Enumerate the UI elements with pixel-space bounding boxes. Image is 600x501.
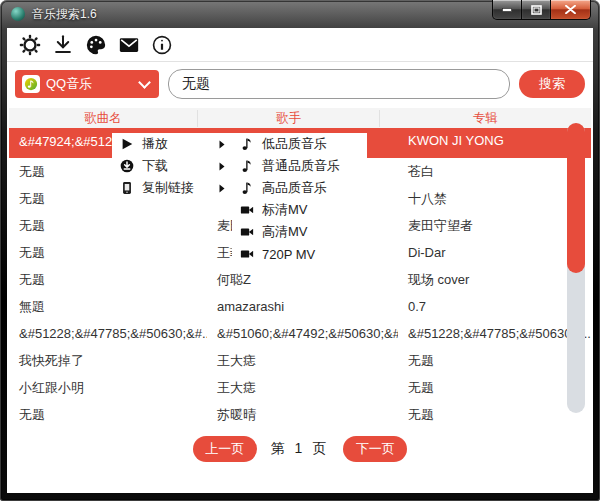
window-content: QQ音乐 搜索 歌曲名 歌手 专辑 &#47924;&#51228;(无题)(U… [7, 28, 593, 493]
artist-cell: 苏暖晴 [207, 406, 398, 424]
table-header: 歌曲名 歌手 专辑 [9, 108, 591, 128]
submenu-item-label: 高清MV [262, 223, 308, 241]
column-header-artist: 歌手 [197, 110, 380, 127]
album-cell: 无题 [398, 352, 591, 370]
app-icon [11, 7, 25, 21]
submenu-item-label: 720P MV [262, 247, 315, 262]
search-input[interactable] [168, 69, 510, 99]
music-note-icon [239, 137, 254, 152]
album-cell: &#51228;&#47785;&#50630;&... [398, 326, 591, 341]
copy-link-icon [119, 181, 134, 196]
song-name-cell: 无题 [9, 271, 207, 289]
chevron-down-icon [138, 76, 151, 89]
video-camera-icon [239, 247, 254, 262]
music-note-icon [239, 181, 254, 196]
scrollbar-track[interactable] [567, 123, 585, 413]
info-icon [151, 34, 173, 56]
column-header-song: 歌曲名 [9, 110, 197, 127]
song-name-cell: 我快死掉了 [9, 352, 207, 370]
search-button[interactable]: 搜索 [519, 70, 585, 98]
page-indicator: 第 1 页 [271, 440, 330, 458]
source-label: QQ音乐 [46, 75, 92, 93]
album-cell: 苍白 [398, 163, 591, 181]
submenu-item-sd-mv[interactable]: 标清MV [232, 199, 367, 221]
theme-button[interactable] [84, 33, 108, 57]
mail-icon [118, 34, 140, 56]
song-name-cell: 無題 [9, 298, 207, 316]
context-menu: 播放下载复制链接 [112, 133, 232, 199]
menu-item-copy-link[interactable]: 复制链接 [112, 177, 232, 199]
music-note-icon [239, 159, 254, 174]
album-cell: KWON JI YONG [398, 128, 591, 148]
search-bar: QQ音乐 搜索 [7, 62, 593, 104]
prev-page-button[interactable]: 上一页 [193, 436, 257, 462]
submenu-item-label: 高品质音乐 [262, 179, 327, 197]
toolbar [7, 28, 593, 62]
qq-music-icon [22, 75, 40, 93]
song-name-cell: 无题 [9, 244, 207, 262]
menu-item-label: 复制链接 [142, 179, 194, 197]
artist-cell: amazarashi [207, 299, 398, 314]
mail-button[interactable] [117, 33, 141, 57]
artist-cell: &#51060;&#47492;&#50630;&#... [207, 326, 398, 341]
submenu-arrow-icon [219, 140, 225, 149]
artist-cell: 何聪Z [207, 271, 398, 289]
scrollbar-thumb[interactable] [567, 123, 585, 273]
video-camera-icon [239, 225, 254, 240]
album-cell: 十八禁 [398, 190, 591, 208]
download-button[interactable] [51, 33, 75, 57]
palette-icon [85, 34, 107, 56]
table-row[interactable]: 小红跟小明王大痣无题 [9, 374, 591, 401]
song-name-cell: 无题 [9, 217, 207, 235]
app-window: 音乐搜索1.6 [0, 0, 600, 501]
column-header-album: 专辑 [380, 110, 591, 127]
video-camera-icon [239, 203, 254, 218]
caption-buttons [492, 0, 591, 20]
album-cell: 无题 [398, 406, 591, 424]
table-row[interactable]: 无题何聪Z现场 cover [9, 266, 591, 293]
submenu-item-720p-mv[interactable]: 720P MV [232, 243, 367, 265]
submenu-arrow-icon [219, 162, 225, 171]
submenu-item-normal-quality-music[interactable]: 普通品质音乐 [232, 155, 367, 177]
close-icon [565, 5, 576, 14]
next-page-button[interactable]: 下一页 [343, 436, 407, 462]
maximize-button[interactable] [522, 0, 550, 20]
table-row[interactable]: 我快死掉了王大痣无题 [9, 347, 591, 374]
download-icon [52, 34, 74, 56]
minimize-button[interactable] [492, 0, 522, 20]
menu-item-label: 播放 [142, 135, 168, 153]
album-cell: 麦田守望者 [398, 217, 591, 235]
pagination: 上一页 第 1 页 下一页 [7, 436, 593, 462]
table-row[interactable]: &#51228;&#47785;&#50630;&#...&#51060;&#4… [9, 320, 591, 347]
album-cell: 现场 cover [398, 271, 591, 289]
menu-item-download[interactable]: 下载 [112, 155, 232, 177]
about-button[interactable] [150, 33, 174, 57]
submenu-item-low-quality-music[interactable]: 低品质音乐 [232, 133, 367, 155]
submenu-item-high-quality-music[interactable]: 高品质音乐 [232, 177, 367, 199]
song-name-cell: 小红跟小明 [9, 379, 207, 397]
music-source-dropdown[interactable]: QQ音乐 [15, 70, 159, 98]
table-row[interactable]: 無題amazarashi0.7 [9, 293, 591, 320]
album-cell: 无题 [398, 379, 591, 397]
close-button[interactable] [550, 0, 591, 20]
table-row[interactable]: 无题苏暖晴无题 [9, 401, 591, 428]
maximize-icon [531, 5, 542, 15]
submenu-item-label: 低品质音乐 [262, 135, 327, 153]
menu-item-play[interactable]: 播放 [112, 133, 232, 155]
window-title: 音乐搜索1.6 [32, 6, 97, 23]
gear-icon [19, 34, 41, 56]
play-icon [119, 137, 134, 152]
menu-item-label: 下载 [142, 157, 168, 175]
submenu-item-hd-mv[interactable]: 高清MV [232, 221, 367, 243]
download-circle-icon [119, 159, 134, 174]
song-name-cell: &#51228;&#47785;&#50630;&#... [9, 326, 207, 341]
minimize-icon [502, 7, 512, 12]
album-cell: Di-Dar [398, 245, 591, 260]
quality-submenu: 低品质音乐普通品质音乐高品质音乐标清MV高清MV720P MV [232, 133, 367, 265]
settings-button[interactable] [18, 33, 42, 57]
submenu-item-label: 标清MV [262, 201, 308, 219]
artist-cell: 王大痣 [207, 352, 398, 370]
artist-cell: 王大痣 [207, 379, 398, 397]
submenu-arrow-icon [219, 184, 225, 193]
album-cell: 0.7 [398, 299, 591, 314]
